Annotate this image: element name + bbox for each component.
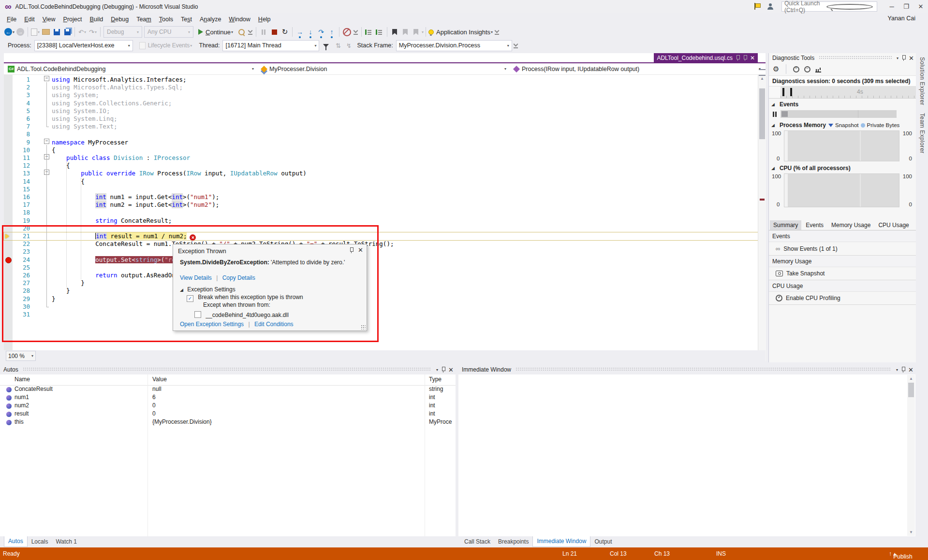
menu-edit[interactable]: Edit bbox=[20, 14, 39, 25]
view-details-link[interactable]: View Details bbox=[180, 274, 212, 281]
nav-type-dropdown[interactable]: MyProcesser.Division▾ bbox=[257, 63, 509, 74]
code-line-28[interactable]: 28 } bbox=[4, 287, 758, 295]
autos-column-headers[interactable]: Name Value Type bbox=[0, 374, 456, 386]
step-over-button[interactable]: ↷ bbox=[316, 27, 326, 37]
gear-icon[interactable]: ⚙ bbox=[773, 65, 779, 73]
autos-row-ConcateResult[interactable]: ConcateResultnullstring bbox=[0, 386, 456, 394]
select-tools-icon[interactable] bbox=[815, 66, 821, 72]
code-line-24[interactable]: 24 output.Set<string>("resul bbox=[4, 256, 758, 264]
autos-row-num1[interactable]: num16int bbox=[0, 394, 456, 402]
bottom-tab-breakpoints[interactable]: Breakpoints bbox=[494, 536, 532, 547]
scrollbar-thumb[interactable] bbox=[759, 88, 765, 139]
code-line-12[interactable]: 12 { bbox=[4, 162, 758, 170]
maximize-button[interactable]: ❐ bbox=[899, 1, 913, 12]
menu-project[interactable]: Project bbox=[59, 14, 86, 25]
code-line-23[interactable]: 23 bbox=[4, 248, 758, 256]
menu-team[interactable]: Team bbox=[133, 14, 155, 25]
code-line-9[interactable]: 9−namespace MyProcesser bbox=[4, 139, 758, 146]
breakpoint-icon[interactable] bbox=[5, 257, 12, 263]
panel-close-icon[interactable]: ✕ bbox=[909, 55, 914, 62]
copy-details-link[interactable]: Copy Details bbox=[222, 274, 255, 281]
undo-button[interactable]: ↶▾ bbox=[77, 27, 87, 37]
quick-launch-input[interactable]: Quick Launch (Ctrl+Q) bbox=[781, 1, 877, 12]
timeline-ruler[interactable]: 4s bbox=[769, 86, 916, 99]
solution-configuration-select[interactable]: Debug▾ bbox=[103, 26, 142, 38]
split-handle[interactable] bbox=[759, 69, 766, 76]
find-button[interactable] bbox=[236, 27, 246, 37]
enable-cpu-profiling-link[interactable]: Enable CPU Profiling bbox=[769, 292, 916, 304]
memory-expander-icon[interactable]: ◢ bbox=[771, 123, 775, 128]
open-exception-settings-link[interactable]: Open Exception Settings bbox=[180, 321, 244, 328]
code-line-29[interactable]: 29} bbox=[4, 295, 758, 303]
parameter-info-button[interactable] bbox=[375, 27, 384, 37]
diag-tab-memory-usage[interactable]: Memory Usage bbox=[828, 220, 874, 230]
toolbar-overflow-icon-3[interactable] bbox=[495, 29, 499, 35]
autos-pin-icon[interactable] bbox=[441, 367, 445, 373]
code-line-27[interactable]: 27 } bbox=[4, 279, 758, 287]
code-line-25[interactable]: 25 bbox=[4, 264, 758, 272]
code-line-21[interactable]: 21 int result = num1 / num2;× bbox=[4, 232, 758, 240]
events-expander-icon[interactable]: ◢ bbox=[771, 102, 775, 107]
zoom-out-icon[interactable] bbox=[804, 66, 810, 72]
minimize-button[interactable]: ─ bbox=[884, 1, 899, 12]
scroll-up-icon[interactable]: ▲ bbox=[758, 75, 766, 82]
step-out-button[interactable]: ↑ bbox=[327, 27, 337, 37]
user-name[interactable]: Yanan Cai bbox=[888, 15, 915, 22]
show-next-statement-button[interactable]: → bbox=[295, 27, 305, 37]
code-line-6[interactable]: 6using System.Linq; bbox=[4, 115, 758, 123]
code-line-1[interactable]: 1−using Microsoft.Analytics.Interfaces; bbox=[4, 76, 758, 84]
menu-help[interactable]: Help bbox=[254, 14, 275, 25]
pause-events-icon[interactable] bbox=[773, 112, 777, 117]
menu-analyze[interactable]: Analyze bbox=[196, 14, 225, 25]
save-all-button[interactable] bbox=[62, 27, 72, 37]
continue-button[interactable]: Continue▾ bbox=[198, 27, 233, 37]
bottom-tab-locals[interactable]: Locals bbox=[28, 536, 52, 547]
collapsed-panel-solution-explorer[interactable]: Solution Explorer bbox=[919, 57, 926, 105]
collapsed-panel-team-explorer[interactable]: Team Explorer bbox=[919, 113, 926, 154]
zoom-in-icon[interactable] bbox=[793, 66, 799, 72]
code-line-7[interactable]: 7using System.Text; bbox=[4, 123, 758, 130]
code-line-18[interactable]: 18 bbox=[4, 209, 758, 216]
code-line-19[interactable]: 19 string ConcateResult; bbox=[4, 217, 758, 225]
break-checkbox[interactable]: ✓ bbox=[187, 295, 193, 302]
code-line-16[interactable]: 16 int num1 = input.Get<int>("num1"); bbox=[4, 193, 758, 201]
toolbar-overflow-icon[interactable] bbox=[248, 29, 252, 35]
autos-close-icon[interactable]: ✕ bbox=[448, 366, 454, 373]
popup-resize-grip[interactable] bbox=[361, 325, 366, 330]
panel-menu-icon[interactable]: ▾ bbox=[897, 56, 899, 60]
code-line-17[interactable]: 17 int num2 = input.Get<int>("num2"); bbox=[4, 201, 758, 209]
list-members-button[interactable] bbox=[364, 27, 374, 37]
pause-button[interactable] bbox=[259, 27, 268, 37]
immediate-scrollbar[interactable]: ▲ ▼ bbox=[907, 375, 915, 536]
scroll-up-icon[interactable]: ▲ bbox=[907, 375, 915, 382]
code-line-26[interactable]: 26 return output.AsReadOnly(); bbox=[4, 272, 758, 279]
exception-error-icon[interactable]: × bbox=[190, 234, 196, 241]
cpu-expander-icon[interactable]: ◢ bbox=[771, 166, 775, 171]
prev-bookmark-button[interactable] bbox=[400, 27, 410, 37]
fold-toggle-icon[interactable]: − bbox=[44, 76, 49, 81]
save-button[interactable] bbox=[52, 27, 61, 37]
scroll-down-icon[interactable]: ▼ bbox=[907, 529, 915, 536]
menu-test[interactable]: Test bbox=[177, 14, 196, 25]
panel-pin-icon[interactable] bbox=[901, 55, 906, 61]
immediate-window-panel[interactable]: Immediate Window ▾ ✕ ▲ ▼ bbox=[458, 365, 915, 536]
document-tab[interactable]: ADLTool_Codebehind.usql.cs ✕ bbox=[654, 53, 758, 62]
diag-tab-summary[interactable]: Summary bbox=[770, 220, 801, 230]
autos-row-result[interactable]: result0int bbox=[0, 410, 456, 418]
code-line-15[interactable]: 15 bbox=[4, 186, 758, 193]
notifications-flag-icon[interactable] bbox=[753, 3, 760, 10]
toolbar-overflow-icon-2[interactable] bbox=[354, 29, 358, 35]
step-into-button[interactable]: ↓ bbox=[306, 27, 315, 37]
code-line-11[interactable]: 11− public class Division : IProcessor bbox=[4, 154, 758, 162]
feedback-icon[interactable] bbox=[767, 3, 774, 10]
immediate-pin-icon[interactable] bbox=[901, 367, 905, 373]
col-type[interactable]: Type bbox=[429, 376, 442, 383]
application-insights-button[interactable]: Application Insights▾ bbox=[428, 27, 493, 37]
immediate-close-icon[interactable]: ✕ bbox=[908, 366, 913, 373]
code-line-5[interactable]: 5using System.IO; bbox=[4, 107, 758, 115]
code-line-4[interactable]: 4using System.Collections.Generic; bbox=[4, 100, 758, 107]
stop-button[interactable] bbox=[269, 27, 279, 37]
menu-view[interactable]: View bbox=[39, 14, 59, 25]
edit-conditions-link[interactable]: Edit Conditions bbox=[254, 321, 294, 328]
autos-menu-icon[interactable]: ▾ bbox=[436, 368, 438, 372]
